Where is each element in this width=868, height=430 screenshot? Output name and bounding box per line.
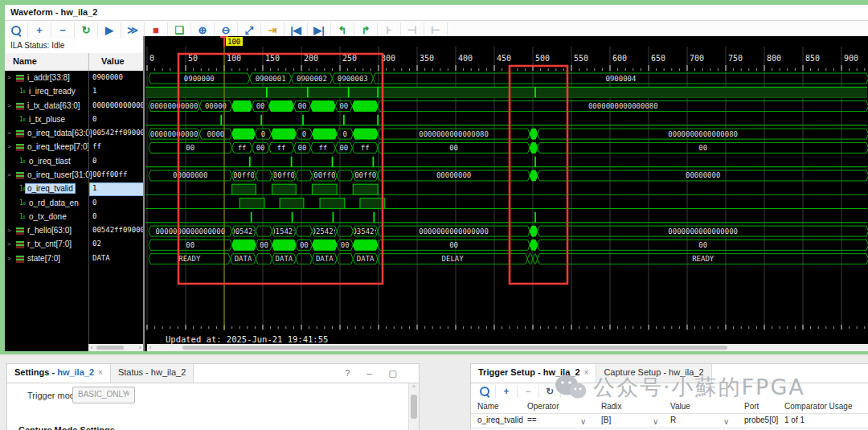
signal-value: 1 [90,183,144,195]
trigger-table-row[interactable]: o_ireq_tvalid==∨[B]∨R∨probe5[0]1 of 1 [471,413,868,428]
svg-text:00: 00 [449,241,458,249]
signal-value: 1 [90,86,144,98]
signal-row[interactable]: >o_ireq_tuser[31:0]00ff00ff [5,169,143,182]
scrollbar-thumb[interactable] [96,346,124,350]
name-column-header: Name [13,56,37,66]
panel-window-buttons[interactable]: ? – ▢ [345,368,404,379]
svg-text:00: 00 [256,102,265,110]
signal-name: o_ireq_tkeep[7:0] [27,142,89,151]
table-h-scrollbar[interactable]: ‹ › [88,344,143,351]
signal-table-header: Name Value [5,53,143,72]
add-probe-icon[interactable]: + [496,385,518,398]
svg-text:DATA: DATA [276,255,293,263]
signal-row[interactable]: >i_tx_data[63:0]0000000000000 [5,100,143,113]
svg-text:0: 0 [149,54,154,63]
signal-row[interactable]: >state[7:0]DATA [5,252,143,266]
svg-text:00: 00 [260,241,268,249]
chevron-down-icon[interactable]: ∨ [580,417,586,426]
search-icon[interactable] [474,385,496,398]
signal-row[interactable]: 1₀o_ireq_tvalid1 [5,182,143,196]
expand-icon[interactable]: > [7,171,11,178]
table-wave-divider[interactable] [143,36,145,351]
scrollbar-thumb[interactable] [182,346,727,350]
close-icon[interactable]: × [98,368,103,377]
tab-status[interactable]: Status - hw_ila_2 [111,364,194,383]
svg-text:0: 0 [302,130,306,138]
expand-icon[interactable]: > [7,102,11,109]
tab-label: Settings - [14,367,57,377]
run-trigger-immediate-icon[interactable]: ≫ [121,23,145,38]
bit-signal-icon: 1₀ [19,213,26,220]
waveform-h-scrollbar[interactable]: ‹ [147,344,868,351]
signal-row[interactable]: >o_ireq_tdata[63:0]00542ff0900000 [5,127,143,141]
remove-probe-icon[interactable]: − [518,385,539,398]
svg-text:250: 250 [342,54,357,63]
signal-value: 00542ff0900000 [90,128,144,140]
tab-capture-setup[interactable]: Capture Setup - hw_ila_2 [596,364,711,383]
signal-name: state[7:0] [27,254,60,263]
bus-signal-icon [16,256,24,263]
expand-icon[interactable]: > [7,74,11,81]
svg-text:0000000000000: 0000000000000 [145,102,202,110]
signal-row[interactable]: >o_ireq_tkeep[7:0]ff [5,141,143,154]
signal-row[interactable]: >r_tx_cnt[7:0]02 [5,238,143,252]
svg-text:ff: ff [277,144,286,152]
signal-table: >i_addr[33:8]09000001₀i_ireq_tready1>i_t… [5,71,143,351]
trigger-setup-toolbar: +−↻ [471,383,561,399]
column-header: Name [477,402,499,411]
signal-row[interactable]: 1₀i_ireq_tready1 [5,85,143,99]
scroll-up-icon[interactable]: ^ [409,383,419,391]
svg-text:50: 50 [188,54,198,63]
cell-operator[interactable]: == [527,416,537,424]
tab-trigger-setup[interactable]: Trigger Setup - hw_ila_2× [471,364,596,383]
signal-name: i_tx_pluse [29,115,65,124]
close-icon[interactable]: × [584,368,589,377]
tab-settings[interactable]: Settings - hw_ila_2× [7,364,111,383]
trigger-mode-select[interactable]: BASIC_ONLY ∨ [72,387,135,403]
svg-text:00: 00 [256,144,265,152]
bus-signal-icon [16,75,24,82]
signal-name: o_ireq_tvalid [26,184,75,193]
expand-icon[interactable]: > [7,240,11,248]
chevron-down-icon: ∨ [125,390,130,397]
cell-value[interactable]: R [670,416,676,424]
svg-text:00: 00 [298,102,307,110]
search-icon[interactable] [5,23,28,38]
scroll-left-icon[interactable]: ‹ [88,344,95,351]
remove-icon[interactable]: − [51,23,75,38]
chevron-down-icon[interactable]: ∨ [723,417,729,426]
run-trigger-icon[interactable]: ▶ [98,23,121,38]
svg-text:DATA: DATA [235,255,252,263]
signal-row[interactable]: 1₀o_ireq_tlast0 [5,155,143,169]
add-icon[interactable]: + [28,23,51,38]
tab-label: Trigger Setup - hw_ila_2 [478,367,580,377]
expand-icon[interactable]: > [7,227,11,234]
chevron-down-icon[interactable]: ∨ [653,417,658,426]
svg-text:650: 650 [651,54,665,63]
waveform-canvas[interactable]: 0501001502002503003504004505005506006507… [145,36,868,351]
signal-row[interactable]: >r_hello[63:0]00542ff0900000 [5,224,143,238]
expand-icon[interactable]: > [7,255,11,262]
expand-icon[interactable]: > [7,129,11,137]
signal-row[interactable]: 1₀i_tx_pluse0 [5,113,143,127]
cell-radix[interactable]: [B] [601,416,611,424]
settings-v-scrollbar[interactable]: ^ [408,383,419,430]
signal-row[interactable]: 1₀o_tx_done0 [5,211,143,224]
cell-name: o_ireq_tvalid [477,416,523,424]
trigger-mode-value: BASIC_ONLY [78,390,128,399]
bit-signal-icon: 1₀ [19,158,26,165]
svg-text:00ff0: 00ff0 [313,171,335,179]
svg-text:00542f: 00542f [231,227,257,235]
svg-text:0000: 0000 [207,130,225,138]
refresh-icon[interactable]: ↻ [539,385,561,398]
signal-row[interactable]: >i_addr[33:8]0900000 [5,72,143,85]
scrollbar-thumb[interactable] [411,395,417,419]
restart-trigger-icon[interactable]: ↻ [75,23,98,38]
scroll-left-icon[interactable]: ‹ [147,344,154,351]
expand-icon[interactable]: > [7,143,11,150]
signal-value: 0000000000000 [90,100,144,113]
signal-row[interactable]: 1₀o_rd_data_en0 [5,197,143,211]
svg-text:0000000000000080: 0000000000000080 [668,130,738,138]
scroll-right-icon[interactable]: › [137,344,143,351]
svg-text:750: 750 [728,54,743,63]
